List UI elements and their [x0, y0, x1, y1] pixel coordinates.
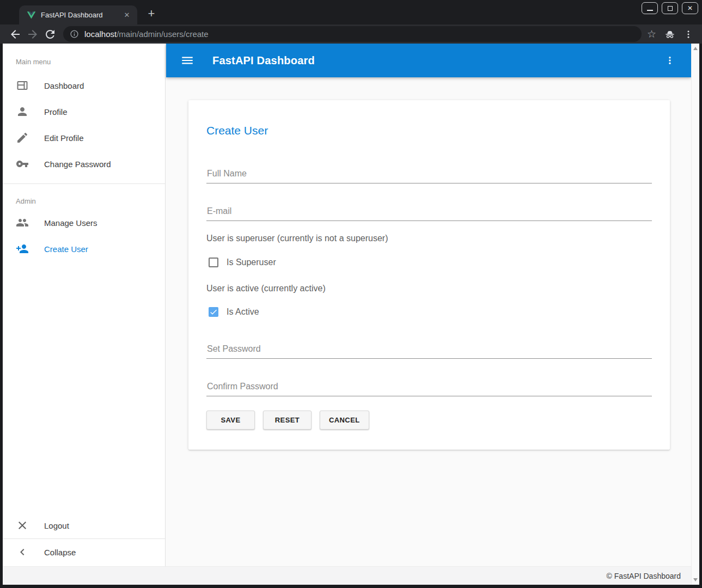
sidebar-item-create-user[interactable]: Create User: [3, 236, 165, 262]
browser-tab[interactable]: FastAPI Dashboard ✕: [19, 5, 137, 24]
active-hint: User is active (currently active): [206, 284, 652, 293]
active-checkbox[interactable]: [209, 307, 218, 317]
window-close-button[interactable]: ✕: [682, 2, 698, 14]
sidebar-item-label: Change Password: [44, 160, 111, 169]
sidebar-section-admin: Admin: [3, 184, 165, 210]
sidebar-item-label: Collapse: [44, 548, 76, 557]
sidebar: Main menu Dashboard Profile E: [3, 44, 166, 566]
sidebar-item-edit-profile[interactable]: Edit Profile: [3, 125, 165, 151]
superuser-hint: User is superuser (currently is not a su…: [206, 234, 652, 243]
sidebar-item-label: Dashboard: [44, 81, 84, 90]
email-field-wrap: [206, 206, 652, 221]
sidebar-section-main-menu: Main menu: [3, 44, 165, 72]
app-title: FastAPI Dashboard: [212, 54, 315, 67]
card-title: Create User: [206, 100, 652, 137]
new-tab-button[interactable]: +: [144, 7, 159, 22]
confirm-password-field-wrap: [206, 382, 652, 396]
sidebar-item-label: Profile: [44, 107, 68, 117]
site-info-icon[interactable]: [70, 29, 79, 39]
sidebar-item-collapse[interactable]: Collapse: [3, 539, 165, 565]
confirm-password-input[interactable]: [206, 382, 652, 396]
sidebar-item-logout[interactable]: Logout: [3, 512, 165, 538]
content-area: Create User User is superuser (currently…: [166, 77, 691, 566]
cancel-button[interactable]: CANCEL: [320, 411, 369, 430]
active-checkbox-row[interactable]: Is Active: [206, 307, 652, 317]
email-input[interactable]: [206, 206, 652, 221]
hamburger-menu-icon[interactable]: [180, 53, 194, 68]
url-text: localhost/main/admin/users/create: [84, 29, 209, 39]
scrollbar-down-arrow[interactable]: [693, 578, 698, 581]
pencil-icon: [16, 131, 29, 144]
sidebar-item-profile[interactable]: Profile: [3, 99, 165, 125]
browser-menu-icon[interactable]: [683, 29, 693, 39]
sidebar-item-dashboard[interactable]: Dashboard: [3, 72, 165, 99]
url-host: localhost: [84, 29, 117, 39]
form-actions: SAVE RESET CANCEL: [206, 411, 652, 430]
browser-tab-bar: FastAPI Dashboard ✕ + ✕: [0, 0, 702, 24]
vue-logo-icon: [27, 11, 36, 20]
chevron-left-icon: [16, 546, 29, 559]
tab-close-icon[interactable]: ✕: [122, 10, 132, 20]
main-area: FastAPI Dashboard Create User User is su…: [166, 44, 691, 585]
browser-toolbar: localhost/main/admin/users/create ☆: [0, 24, 702, 44]
sidebar-item-label: Logout: [44, 521, 69, 530]
window-maximize-button[interactable]: [662, 2, 678, 14]
person-icon: [16, 105, 29, 118]
full-name-field-wrap: [206, 169, 652, 183]
set-password-field-wrap: [206, 344, 652, 359]
sidebar-bottom: Logout Collapse: [3, 512, 165, 565]
close-icon: [16, 519, 29, 532]
sidebar-item-manage-users[interactable]: Manage Users: [3, 210, 165, 236]
forward-icon[interactable]: [26, 28, 39, 41]
url-path: /main/admin/users/create: [117, 29, 208, 39]
page: Main menu Dashboard Profile E: [3, 44, 699, 585]
save-button[interactable]: SAVE: [206, 411, 255, 430]
browser-window: FastAPI Dashboard ✕ + ✕ localhost/main/a…: [0, 0, 702, 588]
sidebar-item-label: Create User: [44, 244, 88, 254]
copyright-text: © FastAPI Dashboard: [607, 572, 681, 580]
app-overflow-menu-icon[interactable]: [665, 55, 675, 66]
scrollbar-up-arrow[interactable]: [693, 47, 698, 50]
address-bar[interactable]: localhost/main/admin/users/create: [63, 26, 642, 42]
page-footer: © FastAPI Dashboard: [3, 566, 699, 585]
reload-icon[interactable]: [44, 28, 57, 41]
reset-button[interactable]: RESET: [263, 411, 312, 430]
sidebar-item-label: Manage Users: [44, 218, 97, 228]
sidebar-item-label: Edit Profile: [44, 133, 84, 143]
group-icon: [16, 216, 29, 229]
checkmark-icon: [209, 308, 218, 316]
incognito-icon: [664, 28, 676, 40]
person-add-icon: [16, 242, 29, 255]
bookmark-star-icon[interactable]: ☆: [647, 29, 656, 39]
dashboard-icon: [16, 79, 29, 92]
create-user-card: Create User User is superuser (currently…: [188, 100, 670, 450]
set-password-input[interactable]: [206, 344, 652, 359]
superuser-checkbox-label: Is Superuser: [227, 258, 276, 267]
tab-title: FastAPI Dashboard: [41, 11, 122, 19]
superuser-checkbox[interactable]: [209, 258, 218, 267]
window-minimize-button[interactable]: [642, 2, 658, 14]
app-bar: FastAPI Dashboard: [166, 44, 691, 77]
active-checkbox-label: Is Active: [227, 307, 259, 317]
toolbar-actions: ☆: [647, 28, 693, 40]
window-controls: ✕: [642, 2, 698, 14]
sidebar-item-change-password[interactable]: Change Password: [3, 151, 165, 177]
key-icon: [16, 157, 29, 170]
back-icon[interactable]: [9, 28, 22, 41]
full-name-input[interactable]: [206, 169, 652, 183]
scrollbar[interactable]: [691, 44, 699, 585]
superuser-checkbox-row[interactable]: Is Superuser: [206, 258, 652, 267]
